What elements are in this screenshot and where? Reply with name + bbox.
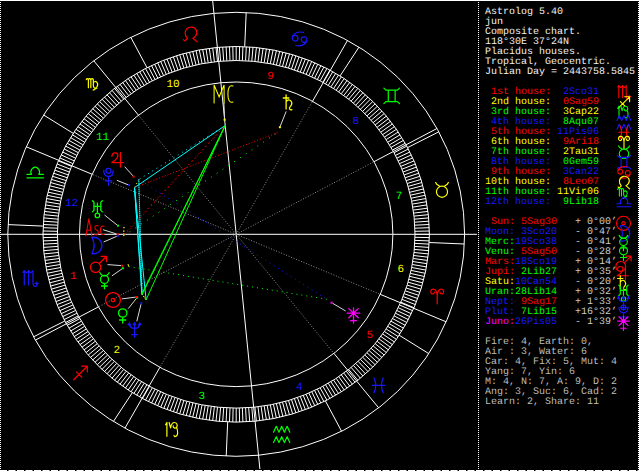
svg-text:4: 4	[296, 382, 303, 394]
svg-text:2: 2	[113, 345, 120, 357]
svg-text:8: 8	[352, 116, 359, 128]
svg-text:6: 6	[397, 264, 404, 276]
svg-text:9: 9	[267, 71, 274, 83]
svg-text:10: 10	[166, 79, 179, 91]
svg-text:26Pis05: 26Pis05	[515, 316, 557, 328]
svg-text:Juno:: Juno:	[485, 317, 515, 328]
svg-text:1: 1	[70, 271, 77, 283]
svg-text:5: 5	[366, 330, 373, 342]
svg-text:Learn: 2, Share: 11: Learn: 2, Share: 11	[485, 396, 599, 408]
svg-text:3: 3	[199, 391, 206, 403]
svg-text:9Lib18: 9Lib18	[563, 196, 599, 208]
svg-text:12: 12	[65, 198, 78, 210]
svg-text:- 1°39’: - 1°39’	[575, 316, 617, 328]
svg-text:12th house:: 12th house:	[485, 196, 551, 208]
svg-text:11: 11	[96, 132, 110, 144]
svg-text:Julian Day = 2443758.5845: Julian Day = 2443758.5845	[485, 66, 635, 78]
svg-text:7: 7	[396, 191, 403, 203]
